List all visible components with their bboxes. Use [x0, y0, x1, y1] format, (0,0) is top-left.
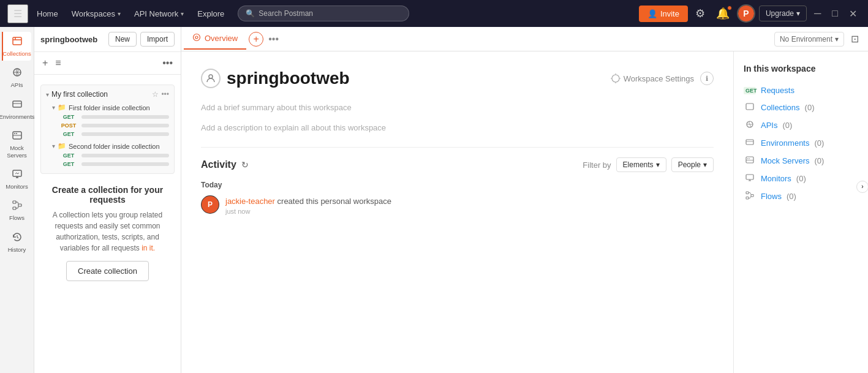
more-options-button[interactable]: •••	[160, 56, 175, 70]
rp-environments-item[interactable]: Environments (0)	[744, 134, 858, 152]
collection-title[interactable]: My first collection	[51, 90, 149, 99]
workspace-name-label: springbootweb	[40, 35, 105, 44]
sidebar-item-apis[interactable]: APIs	[2, 63, 32, 92]
star-button[interactable]: ☆	[152, 90, 159, 99]
method-get-badge: GET	[59, 161, 78, 167]
method-row[interactable]: GET	[46, 130, 169, 138]
invite-button[interactable]: 👤 Invite	[639, 6, 688, 22]
rp-flows-item[interactable]: Flows (0)	[744, 187, 858, 205]
monitors-icon	[12, 168, 23, 181]
filter-button[interactable]: ≡	[53, 56, 62, 70]
method-row[interactable]: GET	[46, 113, 169, 121]
main-layout: Collections APIs Environments	[0, 27, 868, 373]
workspace-description-input[interactable]: Add a description to explain all about t…	[201, 121, 714, 135]
overview-icon	[192, 33, 201, 43]
environment-settings-button[interactable]: ⊡	[849, 31, 861, 47]
workspace-info-button[interactable]: ℹ	[700, 72, 714, 85]
method-row[interactable]: GET	[46, 160, 169, 168]
nav-workspaces[interactable]: Workspaces ▾	[66, 6, 127, 22]
rp-collections-item[interactable]: Collections (0)	[744, 99, 858, 116]
environments-count: (0)	[814, 138, 824, 148]
close-button[interactable]: ✕	[845, 7, 861, 21]
create-collection-link[interactable]: in it.	[142, 244, 155, 252]
filter-section: Filter by Elements ▾ People ▾	[583, 157, 714, 172]
flows-icon	[12, 200, 23, 213]
svg-rect-9	[13, 207, 16, 209]
chevron-down-icon: ▾	[796, 9, 800, 18]
sidebar-content: ▾ My first collection ☆ ••• ▾ 📁 First fo…	[34, 75, 181, 373]
svg-rect-2	[13, 101, 21, 107]
rp-requests-item[interactable]: GET Requests	[744, 82, 858, 99]
sidebar-item-flows[interactable]: Flows	[2, 196, 32, 225]
request-line	[81, 162, 169, 166]
import-button[interactable]: Import	[140, 32, 175, 47]
method-get-badge: GET	[59, 114, 78, 120]
sidebar-item-collections[interactable]: Collections	[2, 32, 31, 61]
sidebar-toolbar: + ≡ •••	[34, 52, 181, 75]
svg-rect-8	[18, 204, 21, 206]
workspace-summary-input[interactable]: Add a brief summary about this workspace	[201, 100, 714, 115]
new-tab-button[interactable]: +	[249, 32, 263, 47]
flows-rp-label: Flows	[761, 192, 782, 201]
activity-user-avatar: P	[201, 195, 219, 214]
notification-dot	[727, 6, 732, 10]
activity-title: Activity	[201, 159, 236, 170]
user-avatar-logo: P	[202, 196, 219, 213]
activity-item-content: jackie-teacher created this personal wor…	[225, 195, 391, 215]
collections-rp-label: Collections	[761, 103, 800, 112]
tab-more-button[interactable]: •••	[266, 31, 281, 47]
notifications-button[interactable]: 🔔	[712, 4, 733, 23]
folder-name: First folder inside collection	[69, 104, 150, 111]
search-bar[interactable]: 🔍 Search Postman	[238, 6, 409, 21]
create-collection-button[interactable]: Create collection	[66, 261, 149, 281]
add-collection-button[interactable]: +	[40, 56, 50, 70]
refresh-activity-button[interactable]: ↻	[241, 160, 249, 170]
hamburger-icon: ☰	[13, 9, 22, 19]
svg-rect-22	[746, 197, 749, 200]
apis-rp-icon	[744, 120, 756, 130]
rp-monitors-item[interactable]: Monitors (0)	[744, 170, 858, 187]
elements-filter-dropdown[interactable]: Elements ▾	[616, 157, 666, 172]
tab-area: Overview + ••• No Environment ▾ ⊡	[181, 27, 868, 373]
apis-count: (0)	[782, 121, 792, 130]
people-filter-dropdown[interactable]: People ▾	[671, 157, 714, 172]
settings-button[interactable]: ⚙	[692, 4, 709, 23]
mock-servers-count: (0)	[814, 156, 824, 165]
tab-overview[interactable]: Overview	[184, 28, 246, 50]
workspace-title: springbootweb	[227, 69, 350, 88]
collections-icon	[12, 36, 23, 48]
user-avatar[interactable]: P	[737, 4, 755, 23]
nav-explore[interactable]: Explore	[191, 6, 230, 22]
method-row[interactable]: POST	[46, 121, 169, 130]
maximize-button[interactable]: □	[828, 7, 842, 20]
collection-more-button[interactable]: •••	[161, 90, 169, 99]
workspace-settings-button[interactable]: Workspace Settings	[611, 73, 694, 83]
right-panel-title: In this workspace	[744, 64, 858, 73]
minimize-button[interactable]: ─	[810, 7, 825, 20]
activity-header: Activity ↻ Filter by Elements ▾ People ▾	[201, 157, 714, 172]
rp-mock-servers-item[interactable]: Mock Servers (0)	[744, 152, 858, 170]
sidebar-item-environments[interactable]: Environments	[2, 95, 32, 124]
method-get-badge: GET	[59, 131, 78, 137]
hamburger-menu-button[interactable]: ☰	[7, 4, 28, 23]
folder-item[interactable]: ▾ 📁 Second folder inside collection	[46, 141, 169, 151]
collapse-icon: ▾	[52, 143, 55, 149]
filter-by-label: Filter by	[583, 160, 611, 170]
upgrade-button[interactable]: Upgrade ▾	[759, 6, 807, 21]
nav-home[interactable]: Home	[31, 6, 64, 22]
sidebar-item-monitors[interactable]: Monitors	[2, 165, 32, 194]
rp-apis-item[interactable]: APIs (0)	[744, 116, 858, 134]
activity-username[interactable]: jackie-teacher	[225, 197, 275, 206]
nav-api-network[interactable]: API Network ▾	[128, 6, 190, 22]
sidebar-item-mock-servers[interactable]: Mock Servers	[2, 126, 32, 162]
postman-logo: P	[738, 5, 754, 22]
folder-item[interactable]: ▾ 📁 First folder inside collection	[46, 102, 169, 113]
environment-selector[interactable]: No Environment ▾	[774, 32, 844, 47]
method-row[interactable]: GET	[46, 151, 169, 160]
apis-icon	[12, 67, 23, 80]
sidebar-item-history[interactable]: History	[2, 228, 32, 257]
folder-icon: 📁	[58, 104, 66, 111]
new-button[interactable]: New	[108, 32, 137, 47]
create-collection-area: Create a collection for your requests A …	[34, 179, 181, 290]
monitors-count: (0)	[796, 174, 806, 183]
